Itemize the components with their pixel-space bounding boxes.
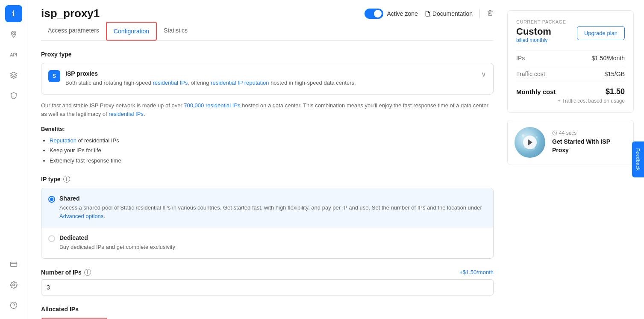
ip-option-shared[interactable]: Shared Access a shared pool of Static re… (41, 188, 493, 227)
package-name-group: Custom billed monthly (516, 26, 551, 43)
header-separator (479, 9, 480, 18)
sidebar-icon-api[interactable]: API (5, 46, 22, 63)
play-triangle-icon (528, 139, 532, 145)
documentation-link[interactable]: Documentation (425, 10, 473, 17)
sidebar-icon-location[interactable] (5, 26, 22, 43)
benefit-item: Keep your IPs for life (50, 145, 494, 155)
ip-option-shared-desc: Access a shared pool of Static residenti… (59, 204, 486, 220)
package-name: Custom (516, 26, 551, 37)
ip-option-shared-content: Shared Access a shared pool of Static re… (59, 195, 486, 220)
billed-label: billed monthly (516, 37, 551, 43)
svg-rect-2 (10, 262, 17, 267)
active-zone-toggle[interactable] (365, 9, 383, 19)
tab-statistics[interactable]: Statistics (157, 22, 194, 41)
video-duration: 44 secs (552, 130, 626, 136)
proxy-type-chevron: ∨ (481, 70, 486, 78)
ip-option-shared-title: Shared (59, 195, 486, 202)
tabs: Access parameters Configuration Statisti… (41, 22, 494, 41)
active-zone-toggle-group: Active zone (365, 9, 418, 19)
ip-type-label: IP type i (41, 176, 494, 183)
ip-option-dedicated-content: Dedicated Buy dedicated IPs and get comp… (59, 234, 175, 251)
proxy-type-content: S ISP proxies Both static and rotating h… (48, 70, 356, 87)
proxy-type-icon: S (48, 70, 60, 82)
sidebar-icon-help[interactable] (5, 297, 22, 314)
benefit-item: Extremely fast response time (50, 156, 494, 165)
monthly-cost-value: $1.50 (606, 87, 625, 96)
num-ips-price-tag: +$1.50/month (459, 269, 494, 275)
upgrade-plan-button[interactable]: Upgrade plan (577, 26, 625, 40)
proxy-type-title: ISP proxies (65, 70, 356, 77)
delete-button[interactable] (487, 9, 494, 18)
center-panel: isp_proxy1 Active zone Documentation (27, 0, 507, 319)
ip-type-section: IP type i Shared Access a shared pool of… (41, 176, 494, 259)
page-header: isp_proxy1 Active zone Documentation (41, 0, 494, 20)
main-content: isp_proxy1 Active zone Documentation (27, 0, 644, 319)
proxy-type-desc: Both static and rotating high-speed resi… (65, 79, 356, 87)
num-ips-label: Number of IPs i (41, 269, 91, 276)
benefits-list: Reputation of residential IPs Keep your … (41, 136, 494, 165)
package-row-traffic-value: $15/GB (605, 71, 625, 77)
num-ips-input[interactable] (41, 279, 494, 295)
video-thumbnail (515, 127, 545, 158)
package-row-traffic-label: Traffic cost (516, 71, 545, 77)
svg-point-4 (12, 284, 15, 286)
package-row-ips: IPs $1.50/Month (516, 50, 625, 66)
right-panel: CURRENT PACKAGE Custom billed monthly Up… (507, 0, 644, 319)
num-ips-section: Number of IPs i +$1.50/month (41, 269, 494, 295)
sidebar-icon-settings[interactable] (5, 276, 22, 293)
video-card[interactable]: 44 secs Get Started With ISP Proxy (507, 120, 634, 165)
ip-option-dedicated-radio[interactable] (48, 235, 55, 242)
video-title: Get Started With ISP Proxy (552, 138, 626, 154)
allocated-ips-section: Allocated IPs Download IPs list Show all… (41, 306, 494, 319)
proxy-type-text: ISP proxies Both static and rotating hig… (65, 70, 356, 87)
monthly-cost-row: Monthly cost $1.50 (516, 82, 625, 98)
play-button[interactable] (523, 136, 537, 149)
info-text: Our fast and stable ISP Proxy network is… (41, 101, 494, 119)
package-row-ips-label: IPs (516, 55, 525, 62)
num-ips-info-icon[interactable]: i (84, 269, 91, 276)
video-info: 44 secs Get Started With ISP Proxy (552, 130, 626, 154)
sidebar-icon-card[interactable] (5, 256, 22, 273)
sidebar-icon-info[interactable]: ℹ (5, 5, 22, 22)
radio-inner (50, 198, 53, 201)
feedback-tab[interactable]: Feedback (632, 142, 644, 177)
header-actions: Active zone Documentation (365, 9, 494, 19)
tab-configuration[interactable]: Configuration (106, 22, 157, 41)
package-row-ips-value: $1.50/Month (591, 55, 625, 62)
sidebar-icon-shield[interactable] (5, 87, 22, 104)
package-header: Custom billed monthly Upgrade plan (516, 26, 625, 43)
package-row-traffic: Traffic cost $15/GB (516, 66, 625, 82)
current-package-label: CURRENT PACKAGE (516, 19, 625, 24)
proxy-type-card[interactable]: S ISP proxies Both static and rotating h… (41, 63, 494, 95)
sidebar: ℹ API (0, 0, 27, 319)
proxy-type-section-title: Proxy type (41, 51, 494, 58)
package-card: CURRENT PACKAGE Custom billed monthly Up… (507, 10, 634, 113)
ip-options-card: Shared Access a shared pool of Static re… (41, 188, 494, 259)
active-zone-label: Active zone (387, 10, 418, 17)
benefits-title: Benefits: (41, 126, 494, 132)
traffic-note: + Traffic cost based on usage (516, 98, 625, 104)
sidebar-icon-layers[interactable] (5, 67, 22, 84)
ip-option-dedicated[interactable]: Dedicated Buy dedicated IPs and get comp… (41, 227, 493, 258)
ip-type-info-icon[interactable]: i (63, 176, 70, 183)
benefit-item: Reputation of residential IPs (50, 136, 494, 145)
ip-option-dedicated-desc: Buy dedicated IPs and get complete exclu… (59, 243, 175, 251)
ip-option-shared-radio[interactable] (48, 196, 55, 203)
num-ips-header: Number of IPs i +$1.50/month (41, 269, 494, 276)
page-title: isp_proxy1 (41, 7, 100, 20)
svg-marker-1 (10, 72, 17, 76)
ip-option-dedicated-title: Dedicated (59, 234, 175, 241)
svg-point-0 (12, 32, 15, 35)
monthly-cost-label: Monthly cost (516, 88, 556, 95)
tab-access-parameters[interactable]: Access parameters (41, 22, 106, 41)
allocated-ips-label: Allocated IPs (41, 306, 494, 313)
